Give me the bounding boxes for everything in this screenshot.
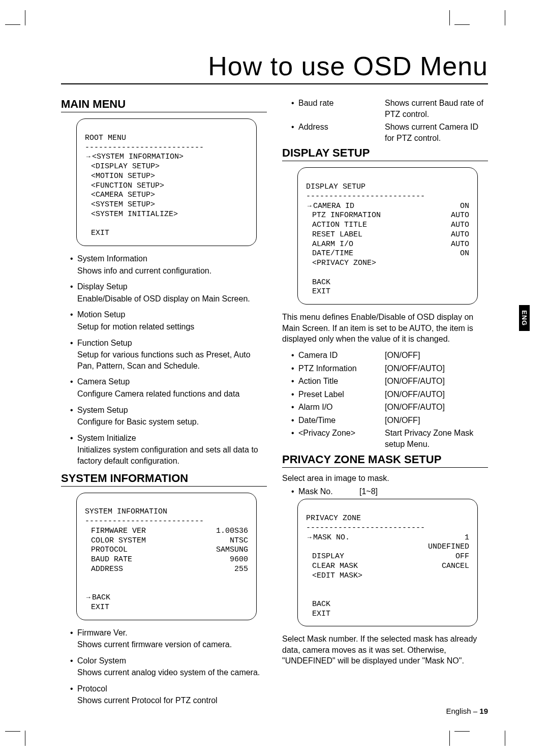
privacy-value: CANCEL bbox=[437, 562, 469, 571]
item-desc: Setup for various functions such as Pres… bbox=[77, 349, 267, 371]
sysinfo-value: NTSC bbox=[225, 536, 248, 546]
sysinfo-hr: -------------------------- bbox=[85, 517, 204, 526]
page-footer: English – 19 bbox=[446, 707, 488, 715]
list-item: Date/Time[ON/OFF] bbox=[291, 415, 488, 426]
display-value: AUTO bbox=[446, 211, 469, 221]
root-menu-box: ROOT MENU -------------------------- <SY… bbox=[76, 118, 257, 246]
sysinfo-label: FIRMWARE VER bbox=[85, 527, 146, 536]
privacy-zone-heading: PRIVACY ZONE MASK SETUP bbox=[282, 453, 488, 468]
display-kv-list: Camera ID[ON/OFF] PTZ Information[ON/OFF… bbox=[282, 350, 488, 450]
arrow-icon bbox=[306, 533, 313, 542]
page-title: How to use OSD Menu bbox=[61, 51, 488, 84]
list-item: Function SetupSetup for various function… bbox=[70, 338, 267, 372]
kv-value: [ON/OFF/AUTO] bbox=[385, 402, 488, 413]
list-item: System InitializeInitializes system conf… bbox=[70, 433, 267, 467]
display-setup-heading: DISPLAY SETUP bbox=[282, 146, 488, 161]
sysinfo-desc-list: Firmware Ver.Shows current firmware vers… bbox=[61, 627, 267, 707]
kv-key: Camera ID bbox=[298, 350, 385, 361]
kv-value: [1~8] bbox=[359, 486, 488, 497]
root-menu-item: <SYSTEM INITIALIZE> bbox=[85, 210, 178, 220]
list-item: Display SetupEnable/Disable of OSD displ… bbox=[70, 281, 267, 304]
privacy-label: CLEAR MASK bbox=[306, 562, 358, 571]
root-menu-hr: -------------------------- bbox=[85, 143, 204, 152]
item-title: Motion Setup bbox=[77, 310, 125, 319]
arrow-icon bbox=[85, 153, 92, 161]
sysinfo-title: SYSTEM INFORMATION bbox=[85, 507, 167, 516]
kv-key: Alarm I/O bbox=[298, 402, 385, 413]
display-value: ON bbox=[455, 249, 469, 259]
sysinfo-label: BAUD RATE bbox=[85, 555, 132, 565]
sysinfo-back: BACK bbox=[92, 593, 110, 602]
root-menu-item: <MOTION SETUP> bbox=[85, 172, 155, 182]
privacy-kv-list: Mask No.[1~8] bbox=[282, 486, 488, 497]
display-setup-box: DISPLAY SETUP --------------------------… bbox=[297, 167, 478, 305]
privacy-value: UNDEFINED bbox=[423, 542, 469, 552]
display-label: DATE/TIME bbox=[306, 249, 353, 259]
kv-value: Shows current Camera ID for PTZ control. bbox=[385, 122, 488, 143]
root-menu-item: <FUNCTION SETUP> bbox=[85, 182, 164, 191]
list-item: Action Title[ON/OFF/AUTO] bbox=[291, 376, 488, 387]
left-column: MAIN MENU ROOT MENU --------------------… bbox=[61, 95, 267, 711]
system-info-box: SYSTEM INFORMATION ---------------------… bbox=[76, 493, 257, 620]
item-title: System Setup bbox=[77, 406, 128, 414]
top-kv-list: Baud rateShows current Baud rate of PTZ … bbox=[282, 98, 488, 143]
root-menu-item: <CAMERA SETUP> bbox=[85, 191, 155, 200]
main-menu-heading: MAIN MENU bbox=[61, 98, 267, 112]
privacy-label bbox=[306, 542, 312, 552]
kv-value: [ON/OFF/AUTO] bbox=[385, 389, 488, 400]
right-column: Baud rateShows current Baud rate of PTZ … bbox=[282, 95, 488, 711]
item-title: Camera Setup bbox=[77, 377, 130, 386]
item-title: Display Setup bbox=[77, 282, 128, 291]
item-desc: Setup for motion related settings bbox=[77, 321, 267, 332]
display-back: BACK bbox=[306, 278, 330, 288]
list-item: Color SystemShows current analog video s… bbox=[70, 655, 267, 678]
list-item: Mask No.[1~8] bbox=[291, 486, 488, 497]
kv-key: Preset Label bbox=[298, 389, 385, 400]
root-menu-title: ROOT MENU bbox=[85, 134, 126, 142]
privacy-zone-box: PRIVACY ZONE -------------------------- … bbox=[297, 499, 478, 626]
display-note: This menu defines Enable/Disable of OSD … bbox=[282, 312, 488, 345]
arrow-icon bbox=[306, 202, 313, 210]
sysinfo-value: SAMSUNG bbox=[211, 546, 248, 555]
item-title: System Initialize bbox=[77, 434, 136, 442]
list-item: Baud rateShows current Baud rate of PTZ … bbox=[291, 98, 488, 119]
list-item: Motion SetupSetup for motion related set… bbox=[70, 309, 267, 332]
privacy-value: 1 bbox=[460, 533, 469, 543]
main-menu-desc-list: System InformationShows info and current… bbox=[61, 253, 267, 467]
item-title: System Information bbox=[77, 254, 147, 263]
kv-key: PTZ Information bbox=[298, 363, 385, 374]
item-desc: Enable/Disable of OSD display on Main Sc… bbox=[77, 293, 267, 305]
privacy-back: BACK bbox=[306, 600, 330, 610]
list-item: <Privacy Zone>Start Privacy Zone Mask se… bbox=[291, 428, 488, 449]
sysinfo-label: PROTOCOL bbox=[85, 546, 128, 555]
privacy-value: OFF bbox=[450, 552, 469, 562]
display-label: CAMERA ID bbox=[313, 202, 354, 210]
kv-key: Mask No. bbox=[298, 486, 359, 497]
root-menu-item: <SYSTEM INFORMATION> bbox=[92, 153, 184, 161]
kv-key: Address bbox=[298, 122, 385, 143]
sysinfo-exit: EXIT bbox=[85, 603, 109, 613]
list-item: ProtocolShows current Protocol for PTZ c… bbox=[70, 683, 267, 706]
list-item: Camera SetupConfigure Camera related fun… bbox=[70, 376, 267, 399]
kv-value: Start Privacy Zone Mask setup Menu. bbox=[385, 428, 488, 449]
footer-page: 19 bbox=[479, 707, 488, 715]
display-label: RESET LABEL bbox=[306, 230, 362, 240]
system-info-heading: SYSTEM INFORMATION bbox=[61, 472, 267, 487]
item-title: Firmware Ver. bbox=[77, 628, 128, 637]
list-item: System SetupConfigure for Basic system s… bbox=[70, 405, 267, 428]
kv-value: [ON/OFF] bbox=[385, 350, 488, 361]
list-item: Camera ID[ON/OFF] bbox=[291, 350, 488, 361]
display-value: AUTO bbox=[446, 240, 469, 250]
privacy-exit: EXIT bbox=[306, 610, 330, 619]
kv-key: <Privacy Zone> bbox=[298, 428, 385, 449]
list-item: Alarm I/O[ON/OFF/AUTO] bbox=[291, 402, 488, 413]
item-desc: Shows current firmware version of camera… bbox=[77, 639, 267, 650]
kv-value: [ON/OFF/AUTO] bbox=[385, 363, 488, 374]
item-desc: Shows current analog video system of the… bbox=[77, 667, 267, 678]
item-title: Function Setup bbox=[77, 339, 132, 347]
list-item: Firmware Ver.Shows current firmware vers… bbox=[70, 627, 267, 650]
sysinfo-value: 1.00S36 bbox=[211, 527, 248, 536]
sysinfo-value: 255 bbox=[229, 565, 248, 574]
item-desc: Configure for Basic system setup. bbox=[77, 416, 267, 428]
language-tab: ENG bbox=[519, 305, 530, 331]
